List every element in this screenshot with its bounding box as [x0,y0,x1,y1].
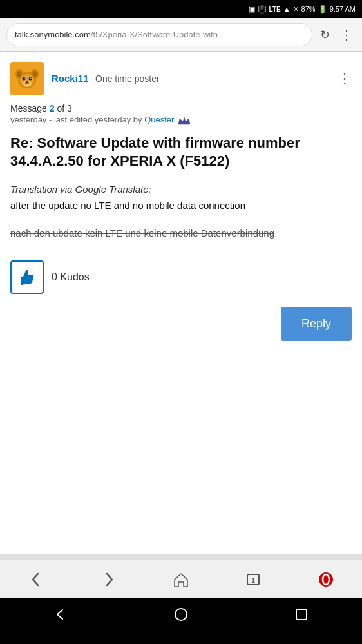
svg-rect-17 [296,609,307,620]
url-base: talk.sonymobile.com [15,30,91,39]
tabs-icon: 1 [245,571,262,588]
url-box[interactable]: talk.sonymobile.com /t5/Xperia-X/Softwar… [6,23,312,46]
message-of: of [57,103,64,113]
android-recents-button[interactable] [294,607,309,622]
message-num-value: 2 [50,103,55,113]
android-home-button[interactable] [173,607,189,622]
svg-point-8 [29,77,32,81]
translation-text: after the update no LTE and no mobile da… [10,199,352,213]
post-title: Re: Software Update with firmware number… [10,134,352,171]
android-recents-icon [294,607,309,622]
svg-point-7 [23,77,26,81]
status-bar: ▣ 📳 LTE ▲ ✕ 87% 🔋 9:57 AM [0,0,362,18]
svg-text:1: 1 [252,577,256,584]
svg-point-16 [175,609,187,620]
reply-button[interactable]: Reply [281,307,352,341]
svg-point-10 [30,77,32,79]
reload-button[interactable]: ↻ [318,25,332,44]
message-total: 3 [67,103,72,113]
forward-icon [100,571,117,588]
svg-point-9 [24,77,25,79]
signal-icon: ▲ [283,5,291,13]
avatar [10,62,44,95]
poster-info: Rocki11 One time poster [52,73,160,84]
post-options-button[interactable]: ⋮ [338,72,352,86]
forward-button[interactable] [95,566,122,593]
kudos-count: 0 Kudos [52,271,90,283]
home-button[interactable] [167,566,195,593]
svg-point-3 [17,71,22,77]
message-number: Message 2 of 3 [10,103,352,113]
android-back-button[interactable] [53,607,68,622]
svg-point-4 [33,71,37,77]
opera-button[interactable] [312,566,339,593]
translation-label: Translation via Google Translate: [10,184,352,195]
thumbs-up-icon [18,268,36,286]
status-icons: ▣ 📳 LTE ▲ ✕ 87% 🔋 9:57 AM [249,5,356,14]
crown-icon [178,116,191,125]
reply-section: Reply [10,307,352,341]
avatar-image [14,66,40,92]
bottom-nav: 1 [0,560,362,598]
lte-icon: LTE [269,6,281,13]
original-text: nach den ubdate kein LTE und keine mobil… [10,226,352,241]
kudos-button[interactable] [10,260,44,294]
poster-name: Rocki11 [52,73,89,84]
message-label: Message [10,103,47,113]
android-back-icon [53,607,68,622]
opera-icon [318,571,334,588]
post-header: Rocki11 One time poster ⋮ [10,62,352,95]
android-bar [0,598,362,630]
post-author-section: Rocki11 One time poster [10,62,160,95]
divider [0,554,362,560]
vibrate-icon: 📳 [258,5,267,14]
tabs-button[interactable]: 1 [240,566,267,593]
kudos-section: 0 Kudos [10,260,352,294]
browser-menu-button[interactable]: ⋮ [338,24,356,45]
editor-name[interactable]: Quester [144,115,174,124]
browser-bar: talk.sonymobile.com /t5/Xperia-X/Softwar… [0,18,362,52]
android-home-icon [173,607,189,622]
back-icon [28,571,44,588]
battery-icon: 🔋 [318,5,327,14]
clock: 9:57 AM [330,5,356,13]
message-date: yesterday - last edited yesterday by Que… [10,115,352,125]
message-meta: Message 2 of 3 yesterday - last edited y… [10,103,352,125]
phone-icon: ▣ [249,5,255,14]
back-button[interactable] [23,566,50,593]
poster-role: One time poster [95,73,160,84]
svg-point-11 [26,81,29,83]
url-path: /t5/Xperia-X/Software-Update-with [91,30,218,39]
battery-percent: 87% [301,5,316,13]
post-content: Rocki11 One time poster ⋮ Message 2 of 3… [0,52,362,554]
home-icon [173,571,189,588]
x-icon: ✕ [293,5,299,14]
date-text: yesterday - last edited yesterday by [10,115,142,124]
